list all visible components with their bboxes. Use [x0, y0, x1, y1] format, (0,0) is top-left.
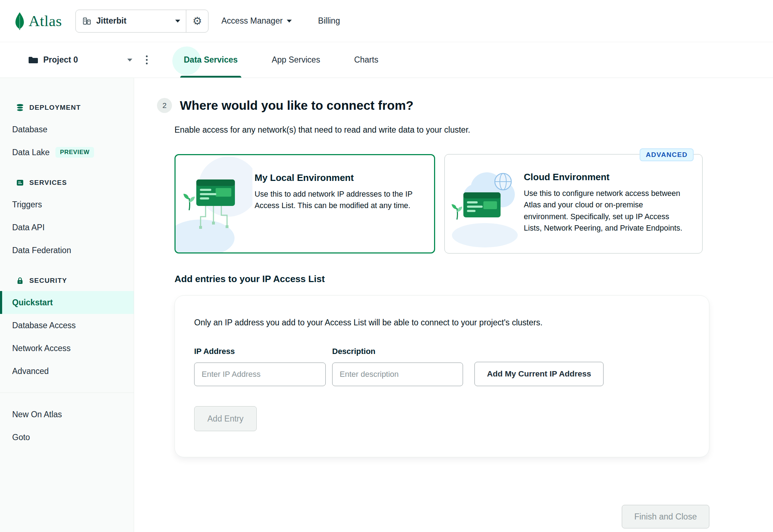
- sidebar-item-database[interactable]: Database: [0, 118, 134, 141]
- sidebar-item-new-on-atlas[interactable]: New On Atlas: [0, 403, 134, 426]
- services-section-header: SERVICES: [0, 172, 134, 193]
- folder-icon: [28, 56, 38, 64]
- ip-access-list-card: Only an IP address you add to your Acces…: [174, 295, 709, 457]
- atlas-logo[interactable]: Atlas: [14, 12, 62, 30]
- chevron-down-icon: [175, 20, 180, 23]
- step-title-row: 2 Where would you like to connect from?: [157, 98, 773, 113]
- access-manager-menu[interactable]: Access Manager: [221, 16, 291, 26]
- cloud-environment-illustration: [445, 154, 522, 253]
- project-bar: Project 0 Data Services App Services Cha…: [0, 42, 773, 78]
- card-title: Cloud Environment: [524, 172, 686, 183]
- product-tabs: Data Services App Services Charts: [180, 42, 382, 78]
- org-picker: Jitterbit ⚙: [75, 10, 208, 33]
- project-selector[interactable]: Project 0: [28, 55, 132, 65]
- sidebar-item-data-api[interactable]: Data API: [0, 216, 134, 239]
- description-field-group: Description: [332, 347, 463, 386]
- ip-access-note: Only an IP address you add to your Acces…: [194, 318, 690, 327]
- page-body: DEPLOYMENT Database Data Lake PREVIEW SE…: [0, 78, 773, 532]
- local-environment-card[interactable]: My Local Environment Use this to add net…: [174, 154, 435, 253]
- step-number-badge: 2: [157, 98, 172, 113]
- add-current-ip-button[interactable]: Add My Current IP Address: [474, 362, 604, 386]
- ip-access-list-heading: Add entries to your IP Access List: [174, 274, 773, 285]
- sidebar-item-quickstart[interactable]: Quickstart: [0, 291, 134, 314]
- description-input[interactable]: [332, 363, 463, 386]
- sidebar-item-database-access[interactable]: Database Access: [0, 314, 134, 337]
- org-settings-button[interactable]: ⚙: [186, 10, 208, 32]
- environment-cards: My Local Environment Use this to add net…: [174, 154, 773, 253]
- sidebar-item-triggers[interactable]: Triggers: [0, 193, 134, 216]
- ip-address-field-group: IP Address: [194, 347, 326, 386]
- project-menu-button[interactable]: [144, 53, 150, 68]
- cloud-environment-text: Cloud Environment Use this to configure …: [522, 154, 702, 253]
- description-label: Description: [332, 347, 463, 356]
- sidebar-section-deployment: DEPLOYMENT Database Data Lake PREVIEW: [0, 97, 134, 164]
- advanced-badge: ADVANCED: [640, 148, 694, 161]
- card-title: My Local Environment: [255, 172, 418, 183]
- tab-data-services[interactable]: Data Services: [180, 42, 241, 78]
- gear-icon: ⚙: [192, 16, 202, 26]
- org-selector[interactable]: Jitterbit: [76, 10, 186, 32]
- sidebar-divider: [0, 393, 134, 393]
- top-header: Atlas Jitterbit ⚙ Access Manager Billing: [0, 0, 773, 42]
- local-environment-illustration: [176, 155, 252, 252]
- chevron-down-icon: [287, 20, 292, 23]
- active-tab-underline: [180, 76, 241, 78]
- cloud-environment-card[interactable]: ADVANCED: [444, 154, 703, 253]
- security-section-header: SECURITY: [0, 270, 134, 291]
- page-title: Where would you like to connect from?: [180, 98, 413, 113]
- sidebar-item-data-lake[interactable]: Data Lake PREVIEW: [0, 141, 134, 164]
- billing-link[interactable]: Billing: [318, 16, 340, 26]
- deployment-section-header: DEPLOYMENT: [0, 97, 134, 118]
- lock-icon: [16, 276, 24, 285]
- card-description: Use this to add network IP addresses to …: [255, 188, 418, 212]
- sidebar-section-services: SERVICES Triggers Data API Data Federati…: [0, 172, 134, 262]
- sidebar-item-advanced[interactable]: Advanced: [0, 360, 134, 383]
- sidebar: DEPLOYMENT Database Data Lake PREVIEW SE…: [0, 78, 134, 532]
- sidebar-item-network-access[interactable]: Network Access: [0, 337, 134, 360]
- card-description: Use this to configure network access bet…: [524, 188, 686, 234]
- ip-entry-form: IP Address Description Add My Current IP…: [194, 347, 690, 386]
- ip-address-label: IP Address: [194, 347, 326, 356]
- step-content: Enable access for any network(s) that ne…: [174, 125, 773, 457]
- project-name: Project 0: [43, 55, 78, 65]
- chevron-down-icon: [127, 59, 132, 61]
- finish-and-close-button[interactable]: Finish and Close: [622, 505, 709, 528]
- preview-badge: PREVIEW: [55, 147, 94, 158]
- header-nav: Access Manager Billing: [221, 16, 340, 26]
- stack-icon: [16, 103, 24, 112]
- ip-address-input[interactable]: [194, 363, 326, 386]
- org-name: Jitterbit: [96, 16, 126, 26]
- sidebar-item-data-federation[interactable]: Data Federation: [0, 239, 134, 262]
- sidebar-section-security: SECURITY Quickstart Database Access Netw…: [0, 270, 134, 383]
- page-subtitle: Enable access for any network(s) that ne…: [174, 125, 773, 135]
- local-environment-text: My Local Environment Use this to add net…: [252, 155, 434, 252]
- add-entry-button[interactable]: Add Entry: [194, 406, 257, 431]
- app-window-icon: [16, 178, 24, 187]
- brand-wordmark: Atlas: [29, 12, 62, 30]
- tab-app-services[interactable]: App Services: [268, 42, 324, 78]
- tab-charts[interactable]: Charts: [350, 42, 382, 78]
- mongodb-leaf-icon: [14, 12, 25, 30]
- sidebar-item-goto[interactable]: Goto: [0, 426, 134, 449]
- main-content: 2 Where would you like to connect from? …: [134, 78, 773, 532]
- organization-icon: [82, 16, 92, 26]
